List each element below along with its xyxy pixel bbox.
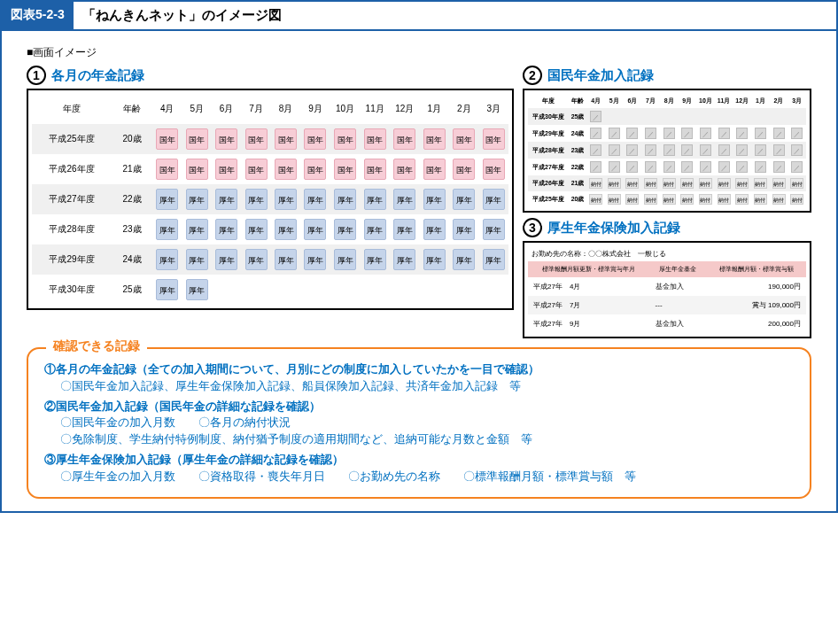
payment-chip: 納付 xyxy=(644,194,657,205)
check-icon: ／ xyxy=(755,128,766,139)
record-chip: 厚年 xyxy=(334,189,356,210)
col-header: 4月 xyxy=(586,94,605,108)
check-icon: ／ xyxy=(681,161,693,173)
figure-tag: 図表5-2-3 xyxy=(2,2,74,29)
month-cell: 納付 xyxy=(770,191,788,207)
month-cell: 国年 xyxy=(420,124,449,154)
month-cell: 国年 xyxy=(479,154,509,184)
date-cell: 平成27年 7月 xyxy=(528,296,650,314)
employee-pension-table: 標準報酬月額更新・標準賞与年月厚生年金基金標準報酬月額・標準賞与額平成27年 4… xyxy=(528,261,806,333)
payment-chip: 納付 xyxy=(718,194,731,205)
month-cell: 納付 xyxy=(641,191,660,207)
payment-chip: 納付 xyxy=(718,178,731,189)
record-chip: 厚年 xyxy=(453,249,475,270)
month-cell: 厚年 xyxy=(152,184,182,214)
record-chip: 厚年 xyxy=(483,219,505,240)
fund-cell: --- xyxy=(650,296,707,314)
month-cell: 納付 xyxy=(586,191,605,207)
check-icon: ／ xyxy=(590,161,601,173)
month-cell xyxy=(696,108,715,125)
month-cell: 厚年 xyxy=(420,214,449,244)
month-cell xyxy=(624,108,642,125)
record-chip: 国年 xyxy=(423,128,446,150)
month-cell: 厚年 xyxy=(271,214,300,244)
month-cell: ／ xyxy=(770,159,788,175)
check-icon: ／ xyxy=(718,144,730,156)
payment-chip: 納付 xyxy=(699,194,712,205)
col-header: 5月 xyxy=(605,94,624,108)
year-cell: 平成29年度 xyxy=(32,244,112,275)
payment-chip: 納付 xyxy=(790,178,803,189)
fund-cell: 基金加入 xyxy=(650,277,707,296)
check-icon: ／ xyxy=(626,128,638,139)
month-cell xyxy=(420,275,449,305)
month-cell: 納付 xyxy=(696,191,715,207)
col-header: 標準報酬月額更新・標準賞与年月 xyxy=(528,261,650,277)
month-cell: 納付 xyxy=(696,175,715,191)
check-icon: ／ xyxy=(718,128,730,139)
record-chip: 厚年 xyxy=(275,219,297,240)
check-icon: ／ xyxy=(609,161,620,173)
month-cell: ／ xyxy=(788,159,806,175)
check-icon: ／ xyxy=(626,144,638,156)
col-header: 3月 xyxy=(479,94,509,124)
year-cell: 平成30年度 xyxy=(32,275,112,305)
age-cell: 22歳 xyxy=(569,159,586,175)
month-cell: ／ xyxy=(660,125,679,142)
record-chip: 厚年 xyxy=(304,189,326,210)
month-cell: 納付 xyxy=(733,175,751,191)
record-chip: 厚年 xyxy=(393,189,415,210)
month-cell: ／ xyxy=(678,125,696,142)
month-cell: 厚年 xyxy=(300,184,330,214)
payment-chip: 納付 xyxy=(735,194,749,205)
month-cell xyxy=(330,275,361,305)
age-cell: 25歳 xyxy=(112,275,152,305)
month-cell: 厚年 xyxy=(330,184,361,214)
record-chip: 国年 xyxy=(483,128,505,150)
month-cell: 厚年 xyxy=(152,275,182,305)
month-cell xyxy=(360,275,390,305)
month-cell: ／ xyxy=(624,159,642,175)
age-cell: 23歳 xyxy=(112,214,152,244)
month-cell xyxy=(733,108,751,125)
record-chip: 国年 xyxy=(453,128,475,150)
month-cell: 厚年 xyxy=(182,184,211,214)
month-cell: 国年 xyxy=(182,124,211,154)
month-cell xyxy=(605,108,624,125)
month-cell: 国年 xyxy=(420,154,449,184)
month-cell: 厚年 xyxy=(152,244,182,275)
col-header: 7月 xyxy=(641,94,660,108)
check-icon: ／ xyxy=(736,161,748,173)
month-cell: ／ xyxy=(660,159,679,175)
month-cell xyxy=(241,275,270,305)
month-cell: ／ xyxy=(696,125,715,142)
month-cell: ／ xyxy=(660,142,679,159)
month-cell: ／ xyxy=(788,125,806,142)
age-cell: 21歳 xyxy=(112,154,152,184)
col-header: 厚生年金基金 xyxy=(650,261,707,277)
month-cell: 国年 xyxy=(241,124,270,154)
record-chip: 国年 xyxy=(156,128,178,150)
record-chip: 厚年 xyxy=(393,249,415,270)
month-cell: ／ xyxy=(586,142,605,159)
month-cell: 納付 xyxy=(751,191,770,207)
month-cell: 厚年 xyxy=(390,184,420,214)
col-header: 11月 xyxy=(360,94,390,124)
month-cell: ／ xyxy=(624,125,642,142)
record-chip: 厚年 xyxy=(215,189,237,210)
date-cell: 平成27年 4月 xyxy=(528,277,650,296)
payment-chip: 納付 xyxy=(608,178,621,189)
payment-chip: 納付 xyxy=(589,194,602,205)
month-cell: 厚年 xyxy=(271,184,300,214)
col-header: 年齢 xyxy=(569,94,586,108)
section1-title-text: 各月の年金記録 xyxy=(51,67,144,84)
record-item: ①各月の年金記録（全ての加入期間について、月別にどの制度に加入していたかを一目で… xyxy=(44,361,794,395)
month-cell: 厚年 xyxy=(182,214,211,244)
record-chip: 厚年 xyxy=(186,189,208,210)
month-cell xyxy=(788,108,806,125)
section2-number: 2 xyxy=(523,66,542,85)
check-icon: ／ xyxy=(736,144,748,156)
payment-chip: 納付 xyxy=(680,178,694,189)
record-chip: 厚年 xyxy=(156,189,178,210)
check-icon: ／ xyxy=(645,128,656,139)
